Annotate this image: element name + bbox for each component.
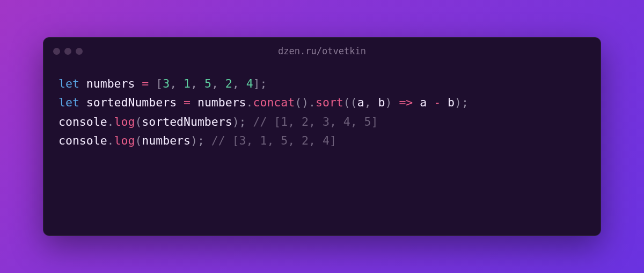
method: concat	[253, 96, 295, 109]
operator: =	[142, 77, 149, 90]
number: 1	[184, 77, 191, 90]
number: 2	[225, 77, 232, 90]
bracket: [	[156, 77, 163, 90]
param: a	[357, 96, 364, 109]
argument: numbers	[142, 134, 191, 147]
window-title: dzen.ru/otvetkin	[278, 46, 366, 56]
bracket: ]	[253, 77, 260, 90]
object: console	[58, 134, 107, 147]
number: 4	[246, 77, 253, 90]
semicolon: ;	[462, 96, 469, 109]
window-titlebar: dzen.ru/otvetkin	[43, 38, 601, 64]
arrow: =>	[399, 96, 413, 109]
comma: ,	[191, 77, 197, 90]
keyword: let	[58, 77, 79, 90]
keyword: let	[58, 96, 79, 109]
paren: )	[385, 96, 392, 109]
var: a	[420, 96, 427, 109]
semicolon: ;	[239, 115, 246, 128]
minimize-icon[interactable]	[64, 48, 71, 55]
traffic-lights	[53, 48, 83, 55]
dot: .	[309, 96, 316, 109]
paren: ((	[343, 96, 357, 109]
variable: sortedNumbers	[86, 96, 177, 109]
object: console	[58, 115, 107, 128]
number: 5	[204, 77, 211, 90]
code-line-3: console.log(sortedNumbers); // [1, 2, 3,…	[58, 115, 378, 128]
comment: // [3, 1, 5, 2, 4]	[211, 134, 336, 147]
paren: )	[455, 96, 462, 109]
code-line-2: let sortedNumbers = numbers.concat().sor…	[58, 96, 469, 109]
number: 3	[163, 77, 170, 90]
method: sort	[316, 96, 343, 109]
paren: (	[135, 134, 142, 147]
object: numbers	[197, 96, 246, 109]
parens: ()	[295, 96, 309, 109]
comma: ,	[364, 96, 371, 109]
operator: =	[184, 96, 191, 109]
semicolon: ;	[260, 77, 267, 90]
variable: numbers	[86, 77, 135, 90]
paren: )	[191, 134, 197, 147]
method: log	[114, 115, 135, 128]
maximize-icon[interactable]	[76, 48, 83, 55]
dot: .	[107, 115, 114, 128]
dot: .	[107, 134, 114, 147]
semicolon: ;	[197, 134, 204, 147]
paren: )	[232, 115, 239, 128]
dot: .	[246, 96, 253, 109]
method: log	[114, 134, 135, 147]
code-window: dzen.ru/otvetkin let numbers = [3, 1, 5,…	[43, 37, 601, 236]
comment: // [1, 2, 3, 4, 5]	[253, 115, 378, 128]
var: b	[448, 96, 455, 109]
close-icon[interactable]	[53, 48, 60, 55]
operator: -	[434, 96, 441, 109]
comma: ,	[211, 77, 218, 90]
argument: sortedNumbers	[142, 115, 232, 128]
comma: ,	[232, 77, 239, 90]
code-block: let numbers = [3, 1, 5, 2, 4]; let sorte…	[43, 64, 601, 160]
code-line-1: let numbers = [3, 1, 5, 2, 4];	[58, 77, 267, 90]
comma: ,	[170, 77, 177, 90]
param: b	[378, 96, 385, 109]
paren: (	[135, 115, 142, 128]
code-line-4: console.log(numbers); // [3, 1, 5, 2, 4]	[58, 134, 336, 147]
